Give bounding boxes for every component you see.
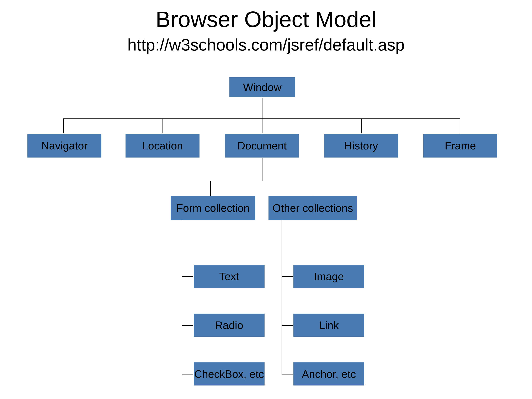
connector-drop — [460, 119, 460, 133]
connector-horizontal — [210, 181, 314, 181]
connector-drop — [262, 119, 262, 133]
node-radio: Radio — [193, 313, 265, 337]
connector-vertical — [262, 98, 262, 119]
node-navigator: Navigator — [27, 133, 102, 158]
node-image: Image — [293, 264, 365, 288]
node-link: Link — [293, 313, 365, 337]
diagram-title: Browser Object Model — [0, 6, 532, 32]
diagram-subtitle: http://w3schools.com/jsref/default.asp — [0, 35, 532, 54]
connector-tick — [182, 276, 193, 277]
connector-spine-right — [282, 220, 282, 374]
node-text: Text — [193, 264, 265, 288]
connector-drop — [210, 181, 211, 196]
node-history: History — [324, 133, 399, 158]
connector-tick — [282, 276, 293, 277]
connector-tick — [282, 325, 293, 326]
node-document: Document — [225, 133, 299, 158]
node-location: Location — [125, 133, 200, 158]
node-other-collections: Other collections — [268, 196, 357, 220]
node-form-collection: Form collection — [171, 196, 256, 220]
node-frame: Frame — [423, 133, 498, 158]
connector-drop — [63, 119, 64, 133]
connector-drop — [163, 119, 163, 133]
connector-drop — [314, 181, 314, 196]
connector-tick — [182, 325, 193, 326]
connector-tick — [282, 374, 293, 374]
connector-drop — [361, 119, 361, 133]
node-checkbox: CheckBox, etc — [193, 362, 265, 386]
connector-vertical — [262, 158, 262, 181]
node-anchor: Anchor, etc — [293, 362, 365, 386]
connector-horizontal — [63, 119, 460, 119]
node-window: Window — [229, 77, 296, 98]
connector-spine-left — [182, 220, 182, 374]
connector-tick — [182, 374, 193, 374]
